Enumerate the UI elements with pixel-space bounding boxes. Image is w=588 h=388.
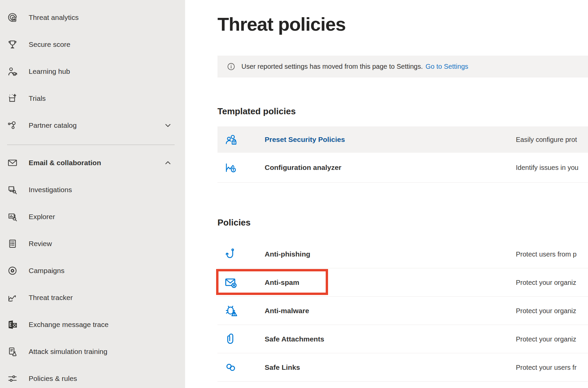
row-description: Protect your organiz <box>516 335 576 343</box>
review-icon <box>7 238 18 249</box>
row-description: Protect users from p <box>516 250 577 258</box>
sidebar-item-review[interactable]: Review <box>0 230 185 257</box>
sidebar-item-label: Exchange message trace <box>29 321 109 329</box>
sidebar-item-label: Learning hub <box>29 67 70 76</box>
threat-tracker-icon <box>7 292 18 303</box>
policies-rules-icon <box>7 373 18 384</box>
partner-catalog-icon <box>7 120 18 131</box>
templated-policies-list: Preset Security Policies Easily configur… <box>217 126 588 183</box>
configuration-analyzer-icon <box>224 160 238 175</box>
section-heading-policies: Policies <box>217 216 251 229</box>
row-label[interactable]: Anti-spam <box>265 278 299 287</box>
sidebar-item-label: Investigations <box>29 186 72 194</box>
row-label[interactable]: Safe Links <box>265 363 300 371</box>
sidebar-item-label: Partner catalog <box>29 121 77 129</box>
row-label[interactable]: Configuration analyzer <box>265 163 342 172</box>
row-preset-security-policies[interactable]: Preset Security Policies Easily configur… <box>217 126 588 153</box>
row-label[interactable]: Anti-malware <box>265 307 309 315</box>
anti-phishing-icon <box>224 247 238 262</box>
sidebar-item-label: Review <box>29 240 52 248</box>
row-safe-attachments[interactable]: Safe Attachments Protect your organiz <box>217 325 588 353</box>
sidebar-item-label: Trials <box>29 94 46 102</box>
row-description: Protect your organiz <box>516 307 576 315</box>
sidebar-item-label: Secure score <box>29 40 70 49</box>
learning-hub-icon <box>7 66 18 77</box>
sidebar-item-secure-score[interactable]: Secure score <box>0 31 185 58</box>
anti-malware-icon <box>224 303 238 318</box>
sidebar-divider <box>7 145 175 145</box>
sidebar-item-threat-analytics[interactable]: Threat analytics <box>0 4 185 31</box>
attack-simulation-training-icon <box>7 346 18 357</box>
sidebar-item-investigations[interactable]: Investigations <box>0 176 185 203</box>
row-label[interactable]: Safe Attachments <box>265 335 324 343</box>
row-anti-spam[interactable]: Anti-spam Protect your organiz <box>217 268 588 297</box>
secure-score-icon <box>7 39 18 50</box>
row-anti-malware[interactable]: Anti-malware Protect your organiz <box>217 297 588 325</box>
investigations-icon <box>7 184 18 196</box>
sidebar-item-email-collaboration[interactable]: Email & collaboration <box>0 149 185 176</box>
safe-links-icon <box>224 360 238 375</box>
sidebar-item-label: Threat tracker <box>29 294 73 302</box>
sidebar-item-policies-rules[interactable]: Policies & rules <box>0 365 185 388</box>
sidebar-item-label: Policies & rules <box>29 375 77 383</box>
trials-icon <box>7 93 18 104</box>
exchange-message-trace-icon <box>7 319 18 330</box>
sidebar-item-learning-hub[interactable]: Learning hub <box>0 58 185 85</box>
sidebar-item-partner-catalog[interactable]: Partner catalog <box>0 112 185 139</box>
safe-attachments-icon <box>224 332 238 347</box>
row-description: Protect your users fr <box>516 363 577 371</box>
sidebar-item-label: Email & collaboration <box>29 159 101 167</box>
info-banner: User reported settings has moved from th… <box>217 56 588 78</box>
email-collaboration-icon <box>7 157 18 169</box>
row-description: Protect your organiz <box>516 278 576 286</box>
row-description: Identify issues in you <box>516 164 579 172</box>
chevron-down-icon[interactable] <box>163 121 173 130</box>
row-anti-phishing[interactable]: Anti-phishing Protect users from p <box>217 240 588 268</box>
sidebar-item-label: Explorer <box>29 213 55 221</box>
page-title: Threat policies <box>217 13 346 35</box>
sidebar-item-explorer[interactable]: Explorer <box>0 203 185 230</box>
campaigns-icon <box>7 265 18 276</box>
sidebar-item-attack-simulation-training[interactable]: Attack simulation training <box>0 338 185 365</box>
sidebar-item-label: Attack simulation training <box>29 348 107 356</box>
sidebar-item-label: Campaigns <box>29 267 64 275</box>
row-label[interactable]: Preset Security Policies <box>265 136 345 144</box>
sidebar-item-label: Threat analytics <box>29 13 79 22</box>
policies-list: Anti-phishing Protect users from p Anti-… <box>217 240 588 382</box>
info-icon <box>227 62 236 71</box>
main-content: Threat policies User reported settings h… <box>185 0 588 388</box>
row-safe-links[interactable]: Safe Links Protect your users fr <box>217 353 588 382</box>
sidebar: Threat analytics Secure score Learning h… <box>0 0 185 388</box>
banner-message: User reported settings has moved from th… <box>241 63 423 70</box>
threat-analytics-icon <box>7 12 18 23</box>
explorer-icon <box>7 211 18 222</box>
sidebar-item-threat-tracker[interactable]: Threat tracker <box>0 284 185 311</box>
row-label[interactable]: Anti-phishing <box>265 250 310 258</box>
row-configuration-analyzer[interactable]: Configuration analyzer Identify issues i… <box>217 153 588 183</box>
preset-security-policies-icon <box>224 132 238 147</box>
sidebar-item-campaigns[interactable]: Campaigns <box>0 257 185 284</box>
row-description: Easily configure prot <box>516 136 577 144</box>
section-heading-templated-policies: Templated policies <box>217 105 296 117</box>
sidebar-item-exchange-message-trace[interactable]: Exchange message trace <box>0 311 185 338</box>
chevron-up-icon[interactable] <box>163 158 173 168</box>
anti-spam-icon <box>224 275 238 290</box>
sidebar-item-trials[interactable]: Trials <box>0 85 185 112</box>
go-to-settings-link[interactable]: Go to Settings <box>425 63 468 70</box>
